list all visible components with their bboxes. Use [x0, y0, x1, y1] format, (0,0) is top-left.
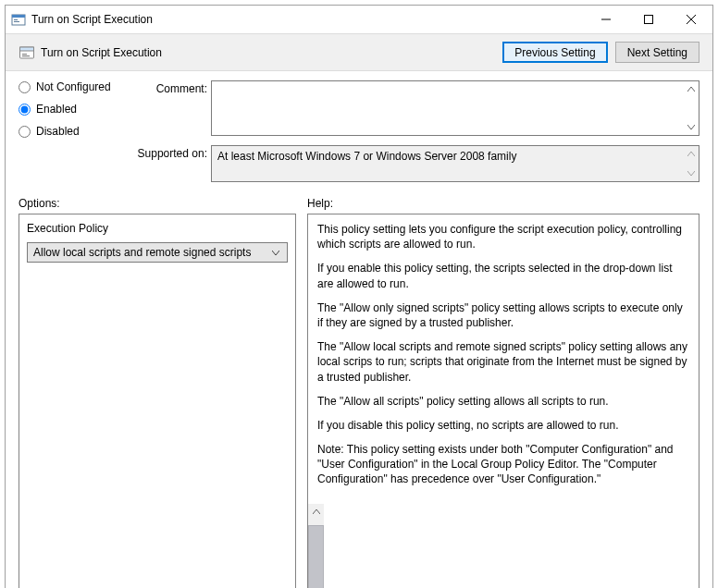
radio-enabled-input[interactable] — [19, 104, 31, 116]
radio-disabled[interactable]: Disabled — [19, 125, 130, 138]
scroll-up-icon[interactable] — [683, 146, 699, 162]
radio-not-configured[interactable]: Not Configured — [19, 80, 130, 93]
scroll-up-icon[interactable] — [683, 81, 699, 97]
execution-policy-dropdown[interactable]: Allow local scripts and remote signed sc… — [27, 242, 288, 263]
execution-policy-value: Allow local scripts and remote signed sc… — [33, 246, 251, 259]
supported-on-text: At least Microsoft Windows 7 or Windows … — [212, 146, 683, 181]
dialog-inner: Turn on Script Execution T — [5, 5, 713, 588]
scrollbar-thumb[interactable] — [308, 525, 324, 588]
top-region: Not Configured Enabled Disabled Comment: — [6, 71, 712, 188]
comment-field-wrap — [211, 80, 699, 136]
help-scrollbar[interactable] — [308, 504, 324, 588]
radio-disabled-input[interactable] — [19, 126, 31, 138]
radio-disabled-label: Disabled — [36, 125, 80, 138]
help-paragraph: If you disable this policy setting, no s… — [317, 418, 689, 433]
dialog-window: Turn on Script Execution T — [0, 0, 718, 588]
help-paragraph: The "Allow local scripts and remote sign… — [317, 339, 689, 385]
options-label: Options: — [19, 197, 296, 210]
svg-rect-9 — [20, 47, 34, 51]
execution-policy-label: Execution Policy — [27, 222, 288, 235]
scroll-up-icon[interactable] — [308, 504, 324, 520]
panels: Execution Policy Allow local scripts and… — [6, 214, 712, 588]
help-text-body: This policy setting lets you configure t… — [308, 214, 699, 504]
next-setting-button[interactable]: Next Setting — [615, 42, 699, 63]
window-title: Turn on Script Execution — [31, 13, 153, 26]
svg-rect-3 — [14, 21, 19, 22]
svg-rect-2 — [14, 19, 18, 20]
comment-scrollbar[interactable] — [683, 81, 699, 135]
policy-item-icon — [19, 44, 35, 61]
help-paragraph: Note: This policy setting exists under b… — [317, 442, 689, 487]
svg-rect-10 — [22, 54, 27, 55]
svg-rect-5 — [645, 16, 653, 24]
maximize-button[interactable] — [627, 6, 670, 33]
comment-label: Comment: — [133, 80, 207, 95]
radio-not-configured-input[interactable] — [19, 81, 31, 93]
previous-setting-button[interactable]: Previous Setting — [502, 42, 607, 63]
radio-enabled-label: Enabled — [36, 103, 77, 116]
chevron-down-icon — [268, 243, 283, 262]
radio-enabled[interactable]: Enabled — [19, 103, 130, 116]
supported-on-label: Supported on: — [133, 145, 207, 182]
svg-rect-1 — [12, 15, 25, 18]
supported-on-box: At least Microsoft Windows 7 or Windows … — [211, 145, 699, 182]
minimize-button[interactable] — [585, 6, 627, 33]
section-labels-row: Options: Help: — [6, 188, 712, 214]
radio-not-configured-label: Not Configured — [36, 80, 111, 93]
header-strip: Turn on Script Execution Previous Settin… — [6, 33, 712, 71]
close-button[interactable] — [670, 6, 712, 33]
scroll-down-icon[interactable] — [683, 165, 699, 181]
help-paragraph: This policy setting lets you configure t… — [317, 222, 689, 251]
options-panel: Execution Policy Allow local scripts and… — [19, 214, 296, 588]
state-radio-group: Not Configured Enabled Disabled — [19, 80, 130, 182]
policy-icon — [11, 12, 26, 27]
svg-rect-11 — [22, 55, 30, 56]
scroll-down-icon[interactable] — [683, 119, 699, 135]
help-paragraph: The "Allow only signed scripts" policy s… — [317, 300, 689, 330]
help-paragraph: The "Allow all scripts" policy setting a… — [317, 394, 689, 409]
help-label: Help: — [296, 197, 699, 210]
policy-title: Turn on Script Execution — [41, 46, 162, 59]
titlebar: Turn on Script Execution — [6, 6, 712, 33]
help-paragraph: If you enable this policy setting, the s… — [317, 261, 689, 290]
comment-textarea[interactable] — [212, 81, 683, 135]
help-panel: This policy setting lets you configure t… — [307, 214, 699, 588]
supported-scrollbar[interactable] — [683, 146, 699, 181]
